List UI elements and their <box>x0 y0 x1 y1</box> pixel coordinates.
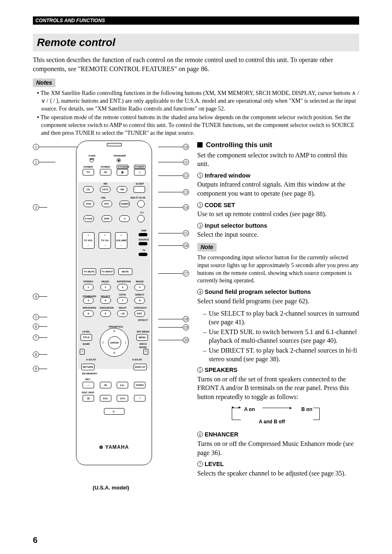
minus-button[interactable]: – <box>80 349 85 355</box>
item-heading: 6ENHANCER <box>197 431 359 439</box>
band-label: BAND <box>81 342 92 346</box>
next-button[interactable]: ▷▷| <box>117 395 128 402</box>
play-button[interactable]: ▷ <box>104 408 125 415</box>
callout-9: 9 <box>33 366 47 372</box>
num-6-button[interactable]: 6 <box>100 297 111 304</box>
rec-button[interactable]: ○ <box>83 382 94 388</box>
figure-caption: (U.S.A. model) <box>33 484 189 492</box>
num-0-button[interactable]: 0 <box>100 310 111 317</box>
av-power-button[interactable]: AV <box>100 169 111 175</box>
power-header: POWER <box>83 165 94 169</box>
return-button[interactable]: RETURN <box>81 364 95 370</box>
num-4-button[interactable]: 4 <box>134 284 145 291</box>
infrared-window <box>107 143 122 146</box>
sleep-button[interactable] <box>134 186 145 193</box>
plus10-button[interactable]: +10 <box>117 310 128 317</box>
enter-button[interactable]: ENTER <box>108 336 121 349</box>
callout-20: 20 <box>158 337 189 343</box>
sf-header: MOVIE <box>134 280 145 283</box>
num-9-button[interactable]: 9 <box>83 310 94 317</box>
extra-circle-button[interactable] <box>137 215 145 222</box>
discskip-label: DISC SKIP <box>81 391 95 394</box>
section-intro: Set the component selector switch to AMP… <box>197 151 359 169</box>
volume-rocker[interactable]: +VOLUME– <box>115 232 127 249</box>
audio-button[interactable]: AUDIO <box>134 382 145 388</box>
num-1-button[interactable]: 1 <box>83 284 94 291</box>
item-heading: 1Infrared window <box>197 172 359 180</box>
num-3-button[interactable]: 3 <box>117 284 128 291</box>
tvch-rocker[interactable]: +TV CH– <box>99 232 111 249</box>
title-button[interactable]: TITLE <box>81 334 92 341</box>
num-2-button[interactable]: 2 <box>100 284 111 291</box>
num-5-button[interactable]: 5 <box>83 297 94 304</box>
notes-label: Notes <box>33 78 55 87</box>
standby-button[interactable]: ⏻ <box>117 169 128 175</box>
sublist-item: Use EXTD SUR. to switch between 5.1 and … <box>197 328 359 345</box>
item-text: Turns on or off the set of front speaker… <box>197 375 359 402</box>
num-7-button[interactable]: 7 <box>117 297 128 304</box>
bracket-left-icon <box>232 408 241 420</box>
dpad-left-icon[interactable]: ⟨ <box>102 341 104 345</box>
dvd-button[interactable]: DVD <box>83 201 94 207</box>
forward-button[interactable]: ▷▷ <box>117 382 128 388</box>
multichin-label: MULTI CH IN <box>130 196 146 199</box>
vaux-button[interactable]: V-AUX <box>83 215 94 222</box>
srchmode-label: SRCH MODE <box>136 342 150 349</box>
description-column: Controlling this unit Set the component … <box>197 141 359 492</box>
bracket-right-icon <box>313 408 320 420</box>
toggle-a-on: A on <box>244 406 255 413</box>
power-header: POWER <box>134 165 145 169</box>
callout-3: 3 <box>33 204 47 210</box>
callout-2: 2 <box>33 159 55 165</box>
dtv-button[interactable]: DTV <box>101 201 112 207</box>
menu-button[interactable]: MENU <box>136 334 148 341</box>
tv-sel-label: TV <box>138 249 150 252</box>
dpad-down-icon[interactable]: ∨ <box>113 351 115 355</box>
dpad-up-icon[interactable]: ∧ <box>113 329 115 334</box>
dpad-right-icon[interactable]: ⟩ <box>125 341 126 345</box>
cdr-button[interactable]: CD-R <box>100 186 111 193</box>
page-title: Remote control <box>37 35 355 50</box>
tv-power-button[interactable]: TV <box>83 169 94 175</box>
ent-button[interactable]: ENT. <box>134 310 145 317</box>
num-8-button[interactable]: 8 <box>134 297 145 304</box>
pause-button[interactable]: ▯▯ <box>83 395 94 402</box>
notes-list: The XM Satellite Radio controlling funct… <box>33 90 359 137</box>
item-heading: 7LEVEL <box>197 460 359 469</box>
amp-selector-switch[interactable] <box>138 233 148 236</box>
toggle-b-on: B on <box>301 406 312 413</box>
display-button[interactable]: DISPLAY <box>134 364 147 370</box>
md-label: MD <box>100 182 111 185</box>
remote-figure-column: 1 2 3 4 5 6 7 8 9 10 11 12 13 14 15 16 1… <box>33 141 189 492</box>
rewind-button[interactable]: ⋈ <box>100 382 111 388</box>
toggle-ab-off: A and B off <box>259 418 285 425</box>
xm-button[interactable]: XM <box>117 186 127 193</box>
setmenu-label: SET MENU <box>136 330 150 333</box>
sf-header: MUSIC <box>100 280 111 283</box>
dvr-button[interactable]: DVR <box>101 215 112 222</box>
tvvol-rocker[interactable]: +TV VOL– <box>82 232 95 249</box>
source-selector-switch[interactable] <box>138 242 148 245</box>
tvinput-button[interactable]: TV INPUT <box>100 268 114 275</box>
tuner-button[interactable]: TUNER <box>119 201 130 207</box>
tv-selector-switch[interactable] <box>138 253 148 256</box>
codeset-indicator-icon <box>90 158 94 162</box>
aecat-label: A-E/CAT. <box>130 358 145 361</box>
callout-17: 17 <box>158 270 189 277</box>
item-text: Select sound field programs (see page 62… <box>197 297 359 306</box>
prev-button[interactable]: |◁◁ <box>100 395 111 402</box>
callout-19: 19 <box>158 324 189 330</box>
standby-header: STANDBY <box>117 165 128 169</box>
stop-button[interactable]: □ <box>134 395 145 402</box>
star-button[interactable]: ☆ <box>119 215 130 222</box>
remote-figure: 1 2 3 4 5 6 7 8 9 10 11 12 13 14 15 16 1… <box>33 141 189 482</box>
sf-header: SPEAKERS <box>83 306 94 309</box>
dpad[interactable]: ENTER ∧ ∨ ⟨ ⟩ <box>100 328 129 357</box>
cd-button[interactable]: CD <box>83 186 94 193</box>
tvmute-button[interactable]: TV MUTE <box>82 268 96 275</box>
callout-1: 1 <box>33 144 80 150</box>
mute-button[interactable]: MUTE <box>118 268 132 275</box>
multichin-button[interactable] <box>137 200 145 208</box>
power-on-button[interactable]: | <box>134 169 145 175</box>
plus-button[interactable]: + <box>143 349 148 355</box>
